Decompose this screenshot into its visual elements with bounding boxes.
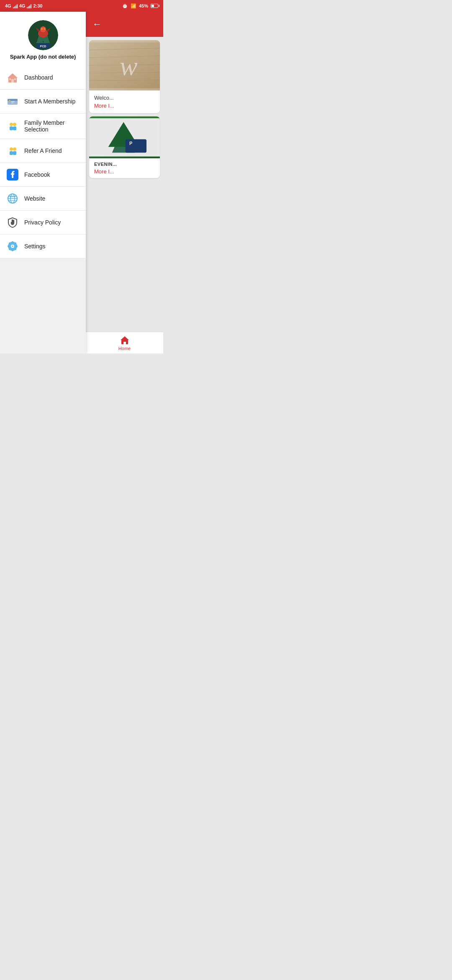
svg-rect-64 [123, 342, 126, 344]
home-nav-label: Home [118, 346, 131, 351]
svg-rect-30 [13, 151, 16, 155]
back-button[interactable]: ← [92, 19, 102, 30]
right-content: w Welco... More I... [86, 37, 163, 332]
signal-4g-2: 4G [19, 3, 26, 8]
svg-rect-60 [126, 139, 146, 153]
svg-point-25 [13, 123, 16, 126]
alarm-icon: ⏰ [122, 3, 128, 9]
menu-item-privacy-policy[interactable]: Privacy Policy [0, 211, 86, 235]
svg-point-6 [41, 28, 42, 30]
signal-bars-2 [27, 3, 31, 8]
drawer-panel: PCD Spark App (do not delete) Dash [0, 12, 86, 353]
svg-rect-42 [8, 245, 9, 247]
svg-rect-14 [11, 79, 14, 83]
menu-item-family-member[interactable]: Family Member Selection [0, 113, 86, 139]
house-icon [7, 72, 18, 83]
svg-rect-16 [14, 78, 16, 80]
home-nav-button[interactable]: Home [118, 335, 131, 351]
card-image-1: w [89, 40, 160, 90]
menu-item-settings[interactable]: Settings [0, 235, 86, 258]
wifi-icon: 📶 [131, 3, 136, 9]
svg-point-29 [13, 147, 16, 151]
right-header: ← [86, 12, 163, 37]
svg-point-7 [44, 28, 45, 30]
menu-label-refer-friend: Refer A Friend [24, 147, 62, 154]
signal-4g-1: 4G [5, 3, 11, 8]
globe-icon: WWW [7, 193, 18, 204]
status-bar: 4G 4G 2:30 ⏰ 📶 45% [0, 0, 163, 12]
shield-icon [7, 217, 18, 228]
svg-rect-43 [16, 245, 18, 247]
menu-label-facebook: Facebook [24, 171, 50, 178]
menu-label-website: Website [24, 195, 45, 202]
card-1-more-button[interactable]: More I... [94, 103, 155, 109]
svg-rect-26 [13, 126, 16, 130]
svg-rect-24 [10, 126, 13, 130]
card-evening: P EVENIN... More I... [89, 116, 160, 178]
menu-item-facebook[interactable]: Facebook [0, 163, 86, 187]
card-image-2: P [89, 116, 160, 158]
drawer-app-title: Spark App (do not delete) [10, 54, 76, 61]
svg-point-27 [10, 147, 13, 151]
menu-item-start-membership[interactable]: Start A Membership [0, 90, 86, 113]
menu-item-refer-friend[interactable]: Refer A Friend [0, 139, 86, 163]
menu-item-dashboard[interactable]: Dashboard [0, 66, 86, 90]
facebook-icon [7, 169, 18, 181]
family-icon [7, 120, 18, 132]
svg-marker-13 [8, 73, 18, 78]
svg-rect-22 [11, 103, 13, 103]
drawer-logo-section: PCD Spark App (do not delete) [0, 12, 86, 66]
svg-rect-41 [12, 250, 13, 251]
svg-rect-40 [12, 241, 13, 243]
membership-card-icon [7, 95, 18, 107]
svg-rect-28 [10, 151, 13, 155]
card-2-body: EVENIN... More I... [89, 158, 160, 178]
svg-text:w: w [120, 51, 138, 81]
card-2-more-button[interactable]: More I... [94, 168, 155, 175]
menu-item-website[interactable]: WWW Website [0, 187, 86, 211]
svg-point-5 [40, 26, 46, 32]
drawer-footer [0, 258, 86, 353]
right-panel: ← [86, 12, 163, 353]
svg-text:P: P [129, 141, 132, 146]
menu-label-family-member: Family Member Selection [24, 119, 79, 133]
menu-label-dashboard: Dashboard [24, 74, 53, 81]
svg-marker-62 [121, 336, 129, 340]
status-right: ⏰ 📶 45% [122, 3, 158, 9]
card-welcome: w Welco... More I... [89, 40, 160, 113]
refer-friend-icon [7, 145, 18, 157]
status-left: 4G 4G 2:30 [5, 3, 42, 8]
svg-point-23 [10, 123, 13, 126]
svg-rect-15 [9, 78, 11, 80]
menu-label-privacy-policy: Privacy Policy [24, 219, 61, 226]
card-1-title: Welco... [94, 95, 155, 101]
app-layout: PCD Spark App (do not delete) Dash [0, 12, 163, 353]
bottom-nav: Home [86, 332, 163, 353]
menu-label-start-membership: Start A Membership [24, 98, 75, 105]
svg-rect-21 [11, 101, 15, 102]
card-2-title: EVENIN... [94, 162, 155, 167]
card-1-body: Welco... More I... [89, 90, 160, 113]
battery-icon [151, 4, 158, 8]
svg-point-49 [12, 245, 13, 247]
time-display: 2:30 [33, 3, 42, 8]
gear-icon [7, 240, 18, 252]
battery-percent: 45% [139, 3, 148, 8]
svg-text:WWW: WWW [10, 195, 15, 198]
drawer-menu: Dashboard Start A Membership [0, 66, 86, 258]
app-logo: PCD [28, 20, 58, 50]
svg-text:PCD: PCD [40, 45, 46, 48]
menu-label-settings: Settings [24, 243, 46, 250]
signal-bars-1 [13, 3, 18, 8]
home-nav-icon [120, 335, 130, 345]
